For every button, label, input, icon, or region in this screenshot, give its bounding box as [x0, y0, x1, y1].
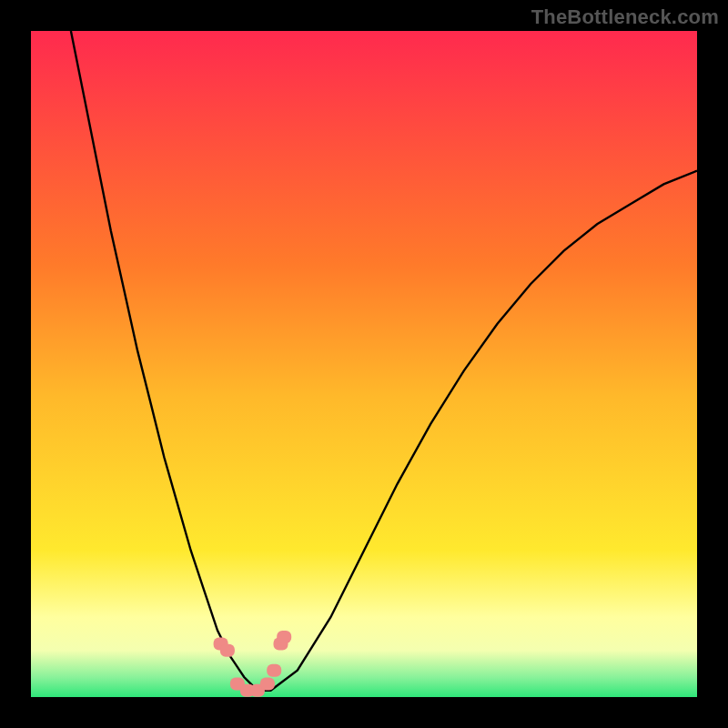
plot-background — [31, 31, 697, 697]
chart-frame: TheBottleneck.com — [0, 0, 728, 728]
data-marker — [267, 664, 281, 677]
bottleneck-chart — [0, 0, 728, 728]
data-marker — [260, 677, 275, 690]
watermark-text: TheBottleneck.com — [531, 5, 719, 29]
data-marker — [277, 631, 291, 643]
data-marker — [220, 644, 235, 657]
